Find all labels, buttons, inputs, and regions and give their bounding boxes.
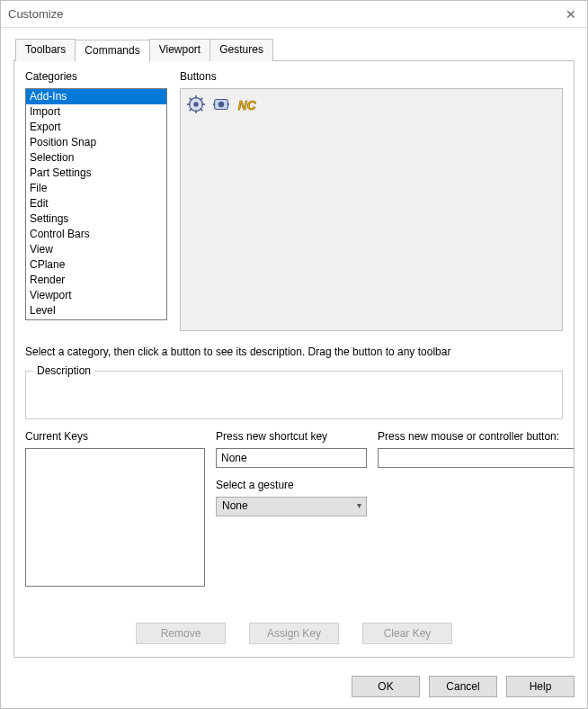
gear-icon-1[interactable]: [186, 94, 206, 114]
list-item[interactable]: Tools: [26, 319, 166, 320]
buttons-box: NC: [180, 88, 563, 331]
cancel-button[interactable]: Cancel: [429, 676, 497, 697]
footer-button-row: OK Cancel Help: [1, 667, 587, 708]
list-item[interactable]: Position Snap: [26, 135, 166, 150]
list-item[interactable]: CPlane: [26, 257, 166, 273]
remove-button[interactable]: Remove: [136, 623, 226, 644]
chevron-down-icon: ▾: [357, 500, 361, 510]
titlebar: Customize ✕: [1, 1, 587, 28]
description-groupbox: Description: [25, 371, 563, 419]
svg-line-7: [200, 109, 203, 112]
svg-line-9: [200, 98, 203, 101]
tab-page-commands: Categories Add-Ins Import Export Positio…: [13, 60, 575, 658]
mouse-input[interactable]: [378, 448, 575, 468]
svg-point-1: [193, 102, 199, 107]
tab-viewport[interactable]: Viewport: [149, 39, 210, 61]
list-item[interactable]: Level: [26, 303, 166, 319]
help-button[interactable]: Help: [506, 676, 575, 697]
window-title: Customize: [8, 7, 562, 21]
top-row: Categories Add-Ins Import Export Positio…: [25, 70, 563, 331]
content-area: Toolbars Commands Viewport Gestures Cate…: [1, 28, 587, 667]
hint-text: Select a category, then click a button t…: [25, 346, 563, 358]
svg-text:NC: NC: [238, 99, 256, 112]
shortcut-column: Press new shortcut key None Select a ges…: [216, 430, 367, 587]
list-item[interactable]: View: [26, 242, 166, 257]
mouse-label: Press new mouse or controller button:: [378, 430, 575, 443]
categories-column: Categories Add-Ins Import Export Positio…: [25, 70, 167, 331]
svg-point-11: [218, 102, 224, 107]
categories-listbox[interactable]: Add-Ins Import Export Position Snap Sele…: [25, 88, 167, 320]
keys-row: Current Keys Press new shortcut key None…: [25, 430, 563, 587]
list-item[interactable]: Viewport: [26, 288, 166, 303]
list-item[interactable]: Part Settings: [26, 166, 166, 181]
tab-strip: Toolbars Commands Viewport Gestures: [13, 39, 575, 61]
list-item[interactable]: Edit: [26, 196, 166, 211]
tab-commands[interactable]: Commands: [75, 40, 149, 62]
mouse-column: Press new mouse or controller button:: [378, 430, 575, 587]
svg-line-6: [190, 98, 192, 101]
list-item[interactable]: Export: [26, 120, 166, 135]
shortcut-label: Press new shortcut key: [216, 430, 367, 443]
list-item[interactable]: Import: [26, 104, 166, 120]
list-item[interactable]: Render: [26, 273, 166, 288]
tab-toolbars[interactable]: Toolbars: [15, 39, 76, 61]
nc-icon[interactable]: NC: [236, 94, 256, 114]
gear-icon-2[interactable]: [211, 94, 231, 114]
shortcut-input[interactable]: None: [216, 448, 367, 468]
customize-dialog: Customize ✕ Toolbars Commands Viewport G…: [0, 0, 588, 709]
current-keys-column: Current Keys: [25, 430, 205, 587]
categories-label: Categories: [25, 70, 167, 83]
list-item[interactable]: File: [26, 181, 166, 196]
current-keys-label: Current Keys: [25, 430, 205, 443]
clear-key-button[interactable]: Clear Key: [362, 623, 452, 644]
list-item[interactable]: Control Bars: [26, 227, 166, 242]
current-keys-list[interactable]: [25, 448, 205, 587]
gesture-label: Select a gesture: [216, 479, 367, 491]
list-item[interactable]: Add-Ins: [26, 89, 166, 104]
buttons-label: Buttons: [180, 70, 563, 83]
gesture-value: None: [222, 499, 248, 512]
description-label: Description: [33, 364, 94, 377]
close-icon[interactable]: ✕: [562, 7, 580, 22]
shortcut-value: None: [221, 452, 247, 464]
list-item[interactable]: Selection: [26, 150, 166, 166]
list-item[interactable]: Settings: [26, 211, 166, 227]
buttons-column: Buttons: [180, 70, 563, 331]
tab-gestures[interactable]: Gestures: [209, 39, 273, 61]
assign-key-button[interactable]: Assign Key: [249, 623, 339, 644]
svg-line-8: [190, 109, 192, 112]
gesture-select[interactable]: None ▾: [216, 497, 367, 516]
ok-button[interactable]: OK: [352, 676, 420, 697]
action-button-row: Remove Assign Key Clear Key: [25, 623, 563, 644]
